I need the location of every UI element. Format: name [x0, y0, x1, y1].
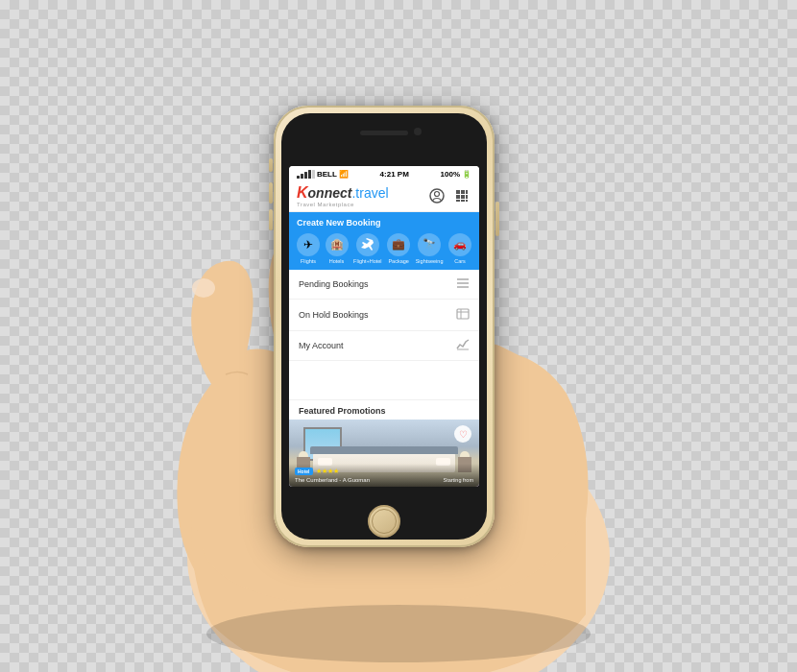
phone-camera	[414, 128, 422, 135]
featured-card[interactable]: ♡ Hotel ★★★★ The Cumberland - A Guoman	[289, 420, 479, 487]
booking-icons-row: ✈ Flights 🏨 Hotels	[297, 233, 471, 265]
svg-rect-21	[457, 309, 469, 319]
volume-up-button[interactable]	[269, 182, 273, 204]
pending-bookings-item[interactable]: Pending Bookings	[289, 270, 479, 300]
power-button[interactable]	[495, 202, 499, 236]
clock: 4:21 PM	[380, 170, 409, 179]
sightseeing-option[interactable]: 🔭 Sightseeing	[416, 233, 444, 265]
svg-rect-17	[466, 200, 468, 202]
price-label: Starting from	[444, 477, 473, 483]
package-option[interactable]: 💼 Package	[387, 233, 410, 265]
phone-screen: BELL 📶 4:21 PM 100% 🔋 Konne	[289, 166, 479, 487]
svg-rect-15	[456, 200, 460, 202]
account-chart-icon	[456, 339, 470, 352]
sightseeing-icon: 🔭	[418, 233, 441, 256]
pending-bookings-icon	[456, 277, 470, 291]
battery-icon: 🔋	[462, 170, 471, 179]
status-left: BELL 📶	[297, 170, 349, 179]
signal-icon	[297, 170, 315, 179]
featured-promotions-title: Featured Promotions	[289, 399, 479, 420]
hotel-badge: Hotel	[295, 468, 313, 475]
my-account-item[interactable]: My Account	[289, 331, 479, 361]
status-bar: BELL 📶 4:21 PM 100% 🔋	[289, 166, 479, 180]
person-circle-icon[interactable]	[427, 186, 447, 205]
grid-icon[interactable]	[452, 186, 471, 205]
hotel-name: The Cumberland - A Guoman	[295, 477, 370, 483]
header-icons	[427, 186, 471, 205]
flight-hotel-option[interactable]: Flight+Hotel	[353, 233, 382, 265]
mute-button[interactable]	[269, 158, 273, 172]
package-label: Package	[388, 258, 408, 265]
scene: BELL 📶 4:21 PM 100% 🔋 Konne	[0, 0, 797, 672]
create-booking-section: Create New Booking ✈ Flights 🏨 Hotels	[289, 212, 479, 271]
battery-label: 100%	[441, 170, 460, 179]
cars-label: Cars	[454, 258, 466, 265]
app-header: Konnect.travel Travel Marketplace	[289, 180, 479, 212]
hotels-option[interactable]: 🏨 Hotels	[326, 233, 349, 265]
hotels-label: Hotels	[329, 258, 345, 265]
star-rating: ★★★★	[316, 468, 339, 475]
svg-rect-9	[456, 190, 460, 194]
create-booking-title: Create New Booking	[297, 218, 471, 228]
flight-hotel-icon	[356, 233, 379, 256]
on-hold-icon	[456, 307, 470, 323]
cars-option[interactable]: 🚗 Cars	[448, 233, 471, 265]
logo-tagline: Travel Marketplace	[297, 202, 389, 207]
sightseeing-label: Sightseeing	[416, 258, 444, 265]
flights-option[interactable]: ✈ Flights	[297, 233, 320, 265]
wifi-icon: 📶	[339, 170, 349, 179]
svg-rect-12	[456, 195, 460, 199]
flights-icon: ✈	[297, 233, 320, 256]
flight-hotel-label: Flight+Hotel	[353, 258, 382, 265]
logo-text: Konnect.travel	[297, 184, 389, 202]
cars-icon: 🚗	[448, 233, 471, 256]
card-info: Hotel ★★★★ The Cumberland - A Guoman Sta…	[289, 464, 479, 487]
carrier-label: BELL	[317, 170, 337, 179]
svg-rect-13	[461, 195, 465, 199]
svg-point-8	[435, 191, 440, 196]
svg-rect-10	[461, 190, 465, 194]
phone-device: BELL 📶 4:21 PM 100% 🔋 Konne	[274, 106, 495, 547]
svg-rect-11	[466, 190, 468, 194]
menu-section: Pending Bookings On Hold Bookings	[289, 270, 479, 399]
svg-point-1	[192, 278, 215, 298]
app-logo: Konnect.travel Travel Marketplace	[297, 184, 389, 207]
hotels-icon: 🏨	[326, 233, 349, 256]
on-hold-bookings-label: On Hold Bookings	[299, 310, 369, 320]
pending-bookings-label: Pending Bookings	[299, 279, 369, 289]
favorite-icon[interactable]: ♡	[454, 425, 471, 443]
featured-promotions-section: Featured Promotions	[289, 399, 479, 487]
status-right: 100% 🔋	[441, 170, 471, 179]
my-account-label: My Account	[299, 341, 344, 350]
on-hold-bookings-item[interactable]: On Hold Bookings	[289, 300, 479, 331]
phone-speaker	[360, 131, 408, 135]
home-button[interactable]	[368, 505, 400, 538]
svg-rect-16	[461, 200, 465, 202]
svg-point-6	[206, 605, 591, 662]
svg-rect-14	[466, 195, 468, 199]
volume-down-button[interactable]	[269, 209, 273, 230]
package-icon: 💼	[387, 233, 410, 256]
card-meta: Hotel ★★★★ The Cumberland - A Guoman	[295, 468, 370, 483]
flights-label: Flights	[301, 258, 316, 265]
